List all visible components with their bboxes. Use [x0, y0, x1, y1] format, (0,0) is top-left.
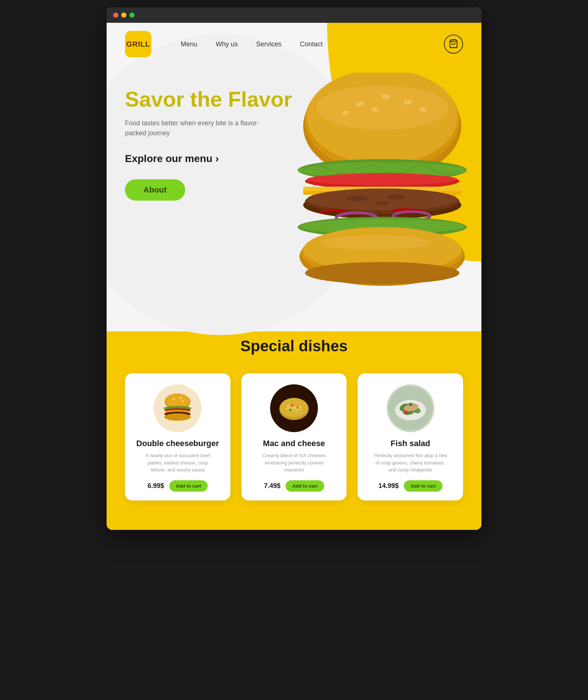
dish-name-1: Mac and cheese	[263, 439, 325, 448]
dish-image-1	[270, 384, 318, 432]
navbar: GRILL Menu Why us Services Contact	[107, 23, 481, 65]
svg-point-46	[291, 404, 294, 407]
nav-links: Menu Why us Services Contact	[181, 40, 323, 48]
add-to-cart-0[interactable]: Add to cart	[169, 480, 208, 492]
dish-description-1: Creamy blend of rich cheeses embracing p…	[257, 452, 331, 474]
cart-icon[interactable]	[444, 35, 463, 54]
hero-section: Savor the Flavor Food tastes better when…	[107, 65, 481, 315]
nav-contact[interactable]: Contact	[300, 40, 323, 48]
dish-footer-2: 14.99$ Add to cart	[366, 480, 454, 492]
dish-price-2: 14.99$	[379, 482, 399, 490]
page: GRILL Menu Why us Services Contact Savor…	[107, 23, 481, 530]
svg-point-34	[165, 394, 190, 408]
svg-point-30	[320, 235, 430, 250]
dish-card-2: Fish salad Perfectly seasoned fish atop …	[358, 373, 463, 500]
svg-point-22	[375, 201, 390, 205]
hero-subtitle: Food tastes better when every bite is a …	[125, 118, 265, 138]
close-dot[interactable]	[113, 12, 118, 18]
svg-point-19	[307, 189, 458, 211]
explore-menu-link[interactable]: Explore our menu ›	[125, 153, 316, 165]
dish-price-0: 6.99$	[147, 482, 164, 490]
maximize-dot[interactable]	[129, 12, 135, 18]
about-button[interactable]: About	[125, 179, 185, 201]
salad-icon	[388, 386, 433, 430]
dish-name-0: Double cheeseburger	[136, 439, 219, 448]
pasta-icon	[272, 386, 316, 430]
dish-description-0: A hearty duo of succulent beef patties, …	[141, 452, 214, 474]
nav-services[interactable]: Services	[256, 40, 282, 48]
svg-point-42	[164, 413, 191, 421]
dish-description-2: Perfectly seasoned fish atop a bed of cr…	[374, 452, 447, 474]
nav-whyus[interactable]: Why us	[216, 40, 238, 48]
browser-titlebar	[107, 7, 481, 23]
svg-point-48	[289, 409, 291, 411]
hero-content: Savor the Flavor Food tastes better when…	[125, 87, 316, 201]
dish-image-0	[154, 384, 201, 432]
hero-title: Savor the Flavor	[125, 87, 316, 111]
dish-footer-1: 7.49$ Add to cart	[250, 480, 338, 492]
dish-name-2: Fish salad	[391, 439, 430, 448]
svg-point-45	[280, 398, 308, 417]
svg-point-14	[307, 173, 458, 185]
burger-small-icon	[155, 386, 200, 430]
explore-arrow-icon: ›	[215, 153, 219, 165]
svg-point-20	[345, 195, 368, 201]
minimize-dot[interactable]	[121, 12, 126, 18]
nav-menu[interactable]: Menu	[181, 40, 197, 48]
svg-point-10	[316, 86, 448, 130]
special-dishes-section: Special dishes	[107, 315, 481, 530]
shopping-bag-icon	[449, 39, 458, 49]
explore-label: Explore our menu	[125, 153, 212, 165]
dish-footer-0: 6.99$ Add to cart	[134, 480, 222, 492]
svg-point-47	[297, 406, 299, 409]
svg-point-58	[409, 403, 412, 406]
browser-window: GRILL Menu Why us Services Contact Savor…	[107, 7, 481, 530]
dish-card-1: Mac and cheese Creamy blend of rich chee…	[241, 373, 347, 500]
section-title: Special dishes	[125, 337, 463, 355]
logo[interactable]: GRILL	[125, 31, 151, 57]
add-to-cart-2[interactable]: Add to cart	[404, 480, 442, 492]
svg-point-21	[388, 194, 406, 200]
dishes-grid: Double cheeseburger A hearty duo of succ…	[125, 373, 463, 500]
dish-card-0: Double cheeseburger A hearty duo of succ…	[125, 373, 230, 500]
svg-point-31	[305, 262, 459, 284]
dish-price-1: 7.49$	[264, 482, 280, 490]
add-to-cart-1[interactable]: Add to cart	[286, 480, 324, 492]
dish-image-2	[387, 384, 434, 432]
